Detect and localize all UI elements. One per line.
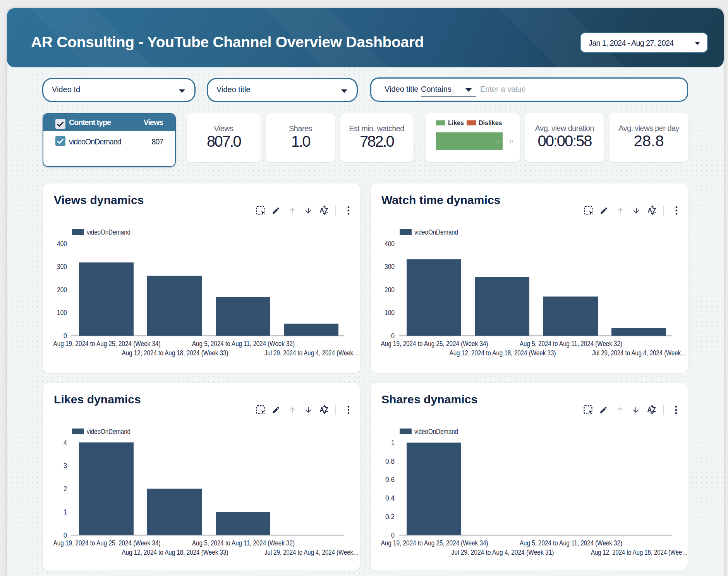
svg-text:300: 300 xyxy=(57,262,67,271)
svg-text:Jul 29, 2024 to Aug 4, 2024 (W: Jul 29, 2024 to Aug 4, 2024 (Week… xyxy=(264,349,359,357)
svg-text:videoOnDemand: videoOnDemand xyxy=(87,428,130,435)
svg-text:Aug 5, 2024 to Aug 11, 2024 (W: Aug 5, 2024 to Aug 11, 2024 (Week 32) xyxy=(192,539,295,547)
svg-text:400: 400 xyxy=(57,240,67,248)
svg-text:Aug 12, 2024 to Aug 18, 2024 (: Aug 12, 2024 to Aug 18, 2024 (Week 33) xyxy=(122,349,228,357)
svg-text:0.8: 0.8 xyxy=(385,457,395,465)
svg-text:0.4: 0.4 xyxy=(385,494,395,502)
svg-text:3: 3 xyxy=(64,461,67,470)
svg-text:Jul 29, 2024 to Aug 4, 2024 (W: Jul 29, 2024 to Aug 4, 2024 (Week… xyxy=(592,349,687,357)
svg-text:0.6: 0.6 xyxy=(385,475,395,483)
svg-text:Aug 12, 2024 to Aug 18, 2024 (: Aug 12, 2024 to Aug 18, 2024 (Week 33) xyxy=(122,548,228,556)
svg-text:400: 400 xyxy=(385,240,395,248)
svg-text:1: 1 xyxy=(391,439,395,447)
svg-text:0: 0 xyxy=(64,332,67,340)
svg-text:100: 100 xyxy=(385,309,395,317)
svg-text:4: 4 xyxy=(64,439,67,447)
svg-text:Aug 5, 2024 to Aug 11, 2024 (W: Aug 5, 2024 to Aug 11, 2024 (Week 32) xyxy=(520,539,622,547)
svg-text:Aug 19, 2024 to Aug 25, 2024 (: Aug 19, 2024 to Aug 25, 2024 (Week 34) xyxy=(53,539,161,547)
svg-text:Jul 29, 2024 to Aug 4, 2024 (W: Jul 29, 2024 to Aug 4, 2024 (Week 31) xyxy=(452,548,554,556)
svg-text:Jul 29, 2024 to Aug 4, 2024 (W: Jul 29, 2024 to Aug 4, 2024 (Week… xyxy=(264,548,359,556)
svg-text:0: 0 xyxy=(391,531,395,539)
svg-text:0.2: 0.2 xyxy=(385,513,395,521)
svg-text:Likes: Likes xyxy=(448,120,464,126)
svg-text:0: 0 xyxy=(64,531,67,539)
svg-text:200: 200 xyxy=(57,286,67,294)
svg-text:Dislikes: Dislikes xyxy=(479,120,502,126)
svg-text:200: 200 xyxy=(385,286,395,294)
svg-text:Aug 5, 2024 to Aug 11, 2024 (W: Aug 5, 2024 to Aug 11, 2024 (Week 32) xyxy=(520,339,622,348)
svg-text:2: 2 xyxy=(64,485,67,493)
svg-text:Aug 19, 2024 to Aug 25, 2024 (: Aug 19, 2024 to Aug 25, 2024 (Week 34) xyxy=(381,339,488,348)
svg-text:7: 7 xyxy=(496,139,499,144)
svg-text:videoOnDemand: videoOnDemand xyxy=(414,428,458,435)
svg-text:videoOnDemand: videoOnDemand xyxy=(414,228,458,236)
svg-text:300: 300 xyxy=(385,262,395,271)
svg-text:Aug 19, 2024 to Aug 25, 2024 (: Aug 19, 2024 to Aug 25, 2024 (Week 34) xyxy=(381,539,488,547)
svg-text:1: 1 xyxy=(64,508,67,516)
svg-text:videoOnDemand: videoOnDemand xyxy=(87,228,130,236)
svg-text:Aug 12, 2024 to Aug 18, 2024 (: Aug 12, 2024 to Aug 18, 2024 (Week 33) xyxy=(450,349,556,357)
svg-text:Aug 19, 2024 to Aug 25, 2024 (: Aug 19, 2024 to Aug 25, 2024 (Week 34) xyxy=(53,339,161,348)
svg-text:0: 0 xyxy=(510,139,513,144)
svg-text:Aug 5, 2024 to Aug 11, 2024 (W: Aug 5, 2024 to Aug 11, 2024 (Week 32) xyxy=(192,339,295,348)
svg-text:Aug 12, 2024 to Aug 18, 2024 (: Aug 12, 2024 to Aug 18, 2024 (Wee… xyxy=(591,548,688,556)
svg-text:0: 0 xyxy=(391,332,395,340)
svg-text:100: 100 xyxy=(57,309,67,317)
